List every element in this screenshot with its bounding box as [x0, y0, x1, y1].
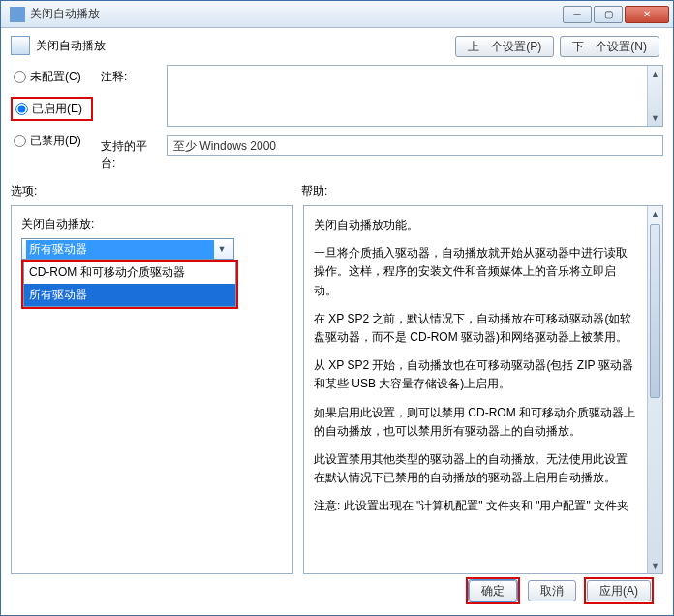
- help-paragraph: 注意: 此设置出现在 "计算机配置" 文件夹和 "用户配置" 文件夹: [314, 497, 635, 515]
- help-paragraph: 一旦将介质插入驱动器，自动播放就开始从驱动器中进行读取操作。这样，程序的安装文件…: [314, 244, 635, 300]
- list-item[interactable]: 所有驱动器: [24, 284, 235, 306]
- cancel-button[interactable]: 取消: [528, 580, 576, 601]
- radio-enabled[interactable]: 已启用(E): [11, 97, 93, 121]
- ok-button[interactable]: 确定: [469, 580, 517, 601]
- help-paragraph: 此设置禁用其他类型的驱动器上的自动播放。无法使用此设置在默认情况下已禁用的自动播…: [314, 450, 635, 487]
- comment-label: 注释:: [101, 65, 161, 85]
- titlebar: 关闭自动播放 ─ ▢ ✕: [1, 1, 673, 28]
- next-setting-button[interactable]: 下一个设置(N): [560, 36, 659, 57]
- help-panel: 关闭自动播放功能。 一旦将介质插入驱动器，自动播放就开始从驱动器中进行读取操作。…: [303, 205, 663, 574]
- platform-label: 支持的平台:: [101, 135, 161, 171]
- help-paragraph: 在 XP SP2 之前，默认情况下，自动播放在可移动驱动器(如软盘驱动器，而不是…: [314, 310, 635, 347]
- dialog-title: 关闭自动播放: [36, 38, 106, 54]
- radio-unconfigured[interactable]: 未配置(C): [11, 67, 93, 87]
- radio-enabled-input[interactable]: [15, 103, 28, 115]
- radio-unconfigured-label: 未配置(C): [30, 69, 81, 85]
- help-paragraph: 如果启用此设置，则可以禁用 CD-ROM 和可移动介质驱动器上的自动播放，也可以…: [314, 404, 635, 441]
- apply-button[interactable]: 应用(A): [587, 580, 651, 601]
- chevron-down-icon[interactable]: ▼: [214, 244, 230, 254]
- radio-unconfigured-input[interactable]: [14, 71, 26, 83]
- autoplay-combo-selected: 所有驱动器: [26, 240, 214, 259]
- app-icon: [10, 7, 25, 22]
- radio-disabled-input[interactable]: [14, 135, 26, 147]
- list-item[interactable]: CD-ROM 和可移动介质驱动器: [24, 262, 235, 284]
- dialog-footer: 确定 取消 应用(A): [11, 574, 663, 607]
- radio-enabled-label: 已启用(E): [32, 101, 82, 117]
- close-button[interactable]: ✕: [625, 6, 669, 23]
- scrollbar-thumb[interactable]: [650, 224, 660, 398]
- help-text: 关闭自动播放功能。 一旦将介质插入驱动器，自动播放就开始从驱动器中进行读取操作。…: [314, 216, 653, 525]
- comment-field[interactable]: ▲ ▼: [167, 65, 663, 127]
- help-paragraph: 从 XP SP2 开始，自动播放也在可移动驱动器(包括 ZIP 驱动器和某些 U…: [314, 356, 635, 393]
- platform-field: 至少 Windows 2000: [167, 135, 663, 156]
- options-section-label: 选项:: [11, 183, 301, 200]
- help-scrollbar[interactable]: ▲ ▼: [647, 206, 662, 573]
- autoplay-combo[interactable]: 所有驱动器 ▼: [21, 238, 234, 260]
- minimize-button[interactable]: ─: [563, 6, 592, 23]
- help-section-label: 帮助:: [301, 183, 327, 200]
- comment-scrollbar[interactable]: ▲ ▼: [647, 66, 662, 126]
- scroll-down-icon[interactable]: ▼: [648, 110, 662, 126]
- options-panel: 关闭自动播放: 所有驱动器 ▼ CD-ROM 和可移动介质驱动器 所有驱动器: [11, 205, 293, 574]
- maximize-button[interactable]: ▢: [594, 6, 623, 23]
- radio-disabled[interactable]: 已禁用(D): [11, 131, 93, 151]
- scroll-up-icon[interactable]: ▲: [648, 66, 662, 81]
- scroll-down-icon[interactable]: ▼: [648, 558, 662, 573]
- prev-setting-button[interactable]: 上一个设置(P): [455, 36, 554, 57]
- scroll-up-icon[interactable]: ▲: [648, 206, 662, 222]
- autoplay-listbox[interactable]: CD-ROM 和可移动介质驱动器 所有驱动器: [23, 262, 236, 307]
- radio-disabled-label: 已禁用(D): [30, 133, 81, 149]
- window-title: 关闭自动播放: [30, 6, 563, 22]
- autoplay-option-label: 关闭自动播放:: [21, 216, 283, 232]
- dialog-icon: [11, 36, 30, 55]
- help-paragraph: 关闭自动播放功能。: [314, 216, 635, 234]
